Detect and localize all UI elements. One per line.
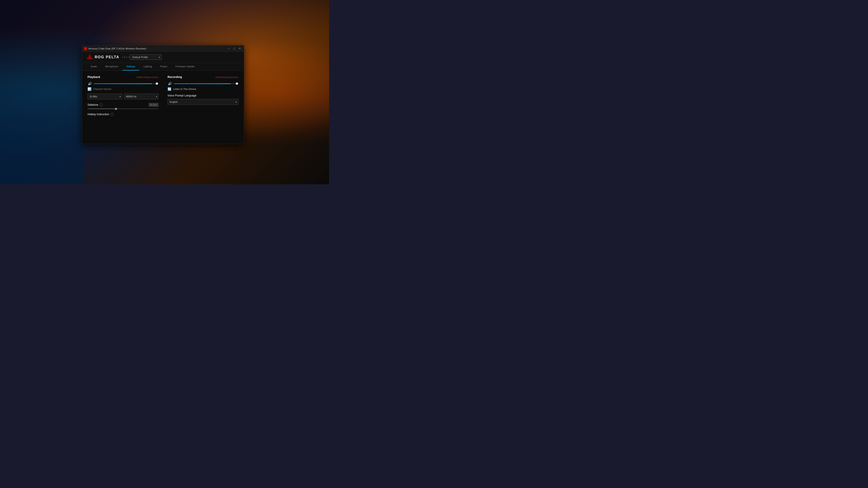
language-select[interactable]: English Chinese Japanese Korean French G… bbox=[167, 99, 239, 105]
channel-volume-row: 📊 Channel Volume bbox=[88, 87, 158, 91]
audio-format-dropdowns: 16 Bits 24 Bits 32 Bits 44100 Hz 48000 H… bbox=[88, 94, 158, 99]
rog-logo: ROG PELTA 1.0.1.6 bbox=[87, 54, 130, 60]
sidetone-track[interactable] bbox=[88, 108, 158, 109]
language-dropdown-wrap: English Chinese Japanese Korean French G… bbox=[167, 99, 239, 105]
sidetone-header-row: Sidetone i OFF bbox=[88, 103, 158, 107]
listen-icon: 🔄 bbox=[167, 87, 171, 91]
tab-lighting[interactable]: Lighting bbox=[139, 63, 156, 70]
tab-microphone[interactable]: Microphone bbox=[101, 63, 122, 70]
recording-volume-row: 🔊 bbox=[167, 82, 239, 86]
profile-dropdown-wrapper: Default Profile Profile 1 Profile 2 bbox=[130, 55, 162, 60]
channel-volume-label: Channel Volume bbox=[93, 88, 112, 90]
rog-logo-svg bbox=[87, 54, 93, 60]
tabs-container: Audio Microphone Settings Lighting Power… bbox=[82, 63, 244, 71]
playback-section-header: Playback Default Playback Device bbox=[88, 75, 158, 79]
left-panel: Playback Default Playback Device 🔊 📊 Cha… bbox=[88, 75, 158, 139]
sidetone-info-icon[interactable]: i bbox=[99, 103, 103, 106]
voice-prompt-section: Voice Prompt Language English Chinese Ja… bbox=[167, 94, 239, 105]
hotkey-info-icon[interactable]: i bbox=[111, 113, 114, 116]
channel-volume-icon: 📊 bbox=[88, 87, 91, 91]
sidetone-fill bbox=[88, 108, 116, 109]
svg-marker-0 bbox=[85, 48, 86, 50]
recording-slider-thumb[interactable] bbox=[236, 83, 238, 85]
app-version: 1.0.1.6 bbox=[122, 56, 130, 58]
sidetone-thumb[interactable] bbox=[115, 108, 117, 110]
right-panel: Recording Default Recording Device 🔊 🔄 L… bbox=[167, 75, 239, 139]
tab-settings[interactable]: Settings bbox=[122, 63, 140, 70]
sidetone-slider-row bbox=[88, 108, 158, 109]
hotkey-row: Hotkey Instruction i bbox=[88, 113, 158, 116]
title-bar-text: Armoury Crate Gear (RF 2.4GHz Wireless R… bbox=[88, 47, 226, 50]
recording-slider[interactable] bbox=[174, 82, 239, 86]
playback-volume-row: 🔊 bbox=[88, 82, 158, 86]
title-bar: Armoury Crate Gear (RF 2.4GHz Wireless R… bbox=[82, 45, 244, 52]
app-header: ROG PELTA 1.0.1.6 Default Profile Profil… bbox=[82, 52, 244, 63]
playback-slider[interactable] bbox=[94, 82, 158, 86]
speaker-icon: 🔊 bbox=[88, 82, 92, 86]
voice-prompt-title: Voice Prompt Language bbox=[167, 94, 239, 97]
playback-title: Playback bbox=[88, 75, 100, 78]
listen-label: Listen to This Device bbox=[173, 88, 196, 90]
title-bar-controls: ─ □ ✕ bbox=[226, 46, 242, 51]
close-button[interactable]: ✕ bbox=[237, 46, 242, 51]
playback-slider-track bbox=[94, 84, 158, 84]
restore-button[interactable]: □ bbox=[232, 46, 237, 51]
bit-depth-dropdown-wrap: 16 Bits 24 Bits 32 Bits bbox=[88, 94, 122, 99]
settings-content: Playback Default Playback Device 🔊 📊 Cha… bbox=[82, 71, 244, 144]
playback-slider-thumb[interactable] bbox=[156, 83, 158, 85]
recording-section-header: Recording Default Recording Device bbox=[167, 75, 239, 79]
playback-default-label: Default Playback Device bbox=[136, 76, 158, 78]
recording-title: Recording bbox=[167, 75, 182, 78]
tab-firmware[interactable]: Firmware Update bbox=[171, 63, 198, 70]
brand-name: ROG PELTA bbox=[95, 55, 119, 59]
hotkey-label: Hotkey Instruction bbox=[88, 113, 109, 116]
background-city bbox=[0, 0, 84, 184]
sidetone-toggle[interactable]: OFF bbox=[149, 103, 158, 107]
recording-slider-fill bbox=[174, 84, 231, 84]
sidetone-toggle-label: OFF bbox=[153, 104, 157, 106]
recording-default-label: Default Recording Device bbox=[215, 76, 239, 78]
tab-audio[interactable]: Audio bbox=[87, 63, 101, 70]
sidetone-label: Sidetone bbox=[88, 103, 98, 106]
recording-speaker-icon: 🔊 bbox=[167, 82, 172, 86]
bit-depth-select[interactable]: 16 Bits 24 Bits 32 Bits bbox=[88, 94, 122, 99]
profile-select[interactable]: Default Profile Profile 1 Profile 2 bbox=[130, 55, 162, 60]
app-icon bbox=[84, 47, 87, 50]
sample-rate-select[interactable]: 44100 Hz 48000 Hz 96000 Hz 192000 Hz bbox=[124, 94, 158, 99]
minimize-button[interactable]: ─ bbox=[226, 46, 231, 51]
sample-rate-dropdown-wrap: 44100 Hz 48000 Hz 96000 Hz 192000 Hz bbox=[124, 94, 158, 99]
toggle-dot bbox=[150, 104, 152, 106]
tab-power[interactable]: Power bbox=[156, 63, 171, 70]
playback-slider-fill bbox=[94, 84, 152, 84]
main-window: Armoury Crate Gear (RF 2.4GHz Wireless R… bbox=[82, 45, 244, 144]
listen-device-row: 🔄 Listen to This Device bbox=[167, 87, 239, 91]
recording-slider-track bbox=[174, 84, 239, 84]
